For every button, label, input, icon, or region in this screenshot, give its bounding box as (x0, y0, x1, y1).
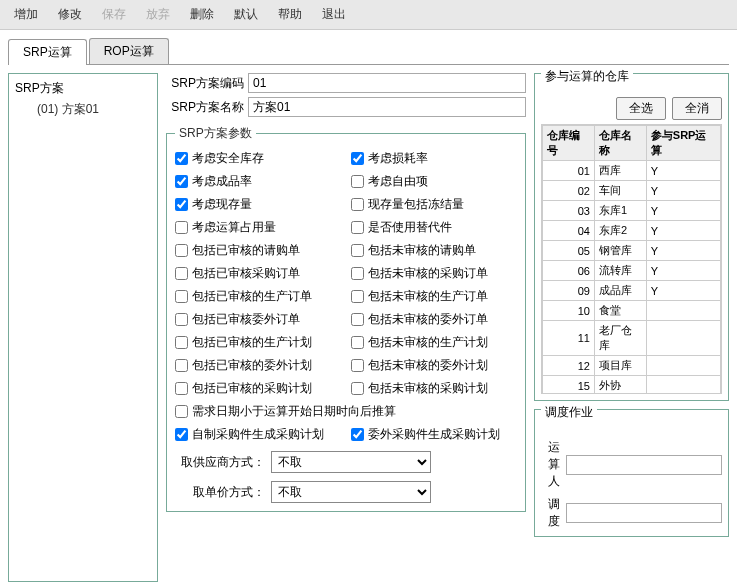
check-16[interactable]: 包括已审核的生产计划 (175, 334, 341, 351)
supplier-select[interactable]: 不取 (271, 451, 431, 473)
check-21[interactable]: 包括未审核的采购计划 (351, 380, 517, 397)
check-17[interactable]: 包括未审核的生产计划 (351, 334, 517, 351)
check-22[interactable]: 需求日期小于运算开始日期时向后推算 (175, 403, 517, 420)
check-5[interactable]: 现存量包括冻结量 (351, 196, 517, 213)
tree-item-01[interactable]: (01) 方案01 (13, 99, 153, 120)
checkbox-5[interactable] (351, 198, 364, 211)
cell-srp (646, 376, 720, 395)
checkbox-22[interactable] (175, 405, 188, 418)
checkbox-8[interactable] (175, 244, 188, 257)
check-1[interactable]: 考虑损耗率 (351, 150, 517, 167)
tab-srp[interactable]: SRP运算 (8, 39, 87, 65)
checkbox-17[interactable] (351, 336, 364, 349)
checkbox-18[interactable] (175, 359, 188, 372)
check-10[interactable]: 包括已审核采购订单 (175, 265, 341, 282)
table-row[interactable]: 03东库1Y (543, 201, 721, 221)
checkbox-15[interactable] (351, 313, 364, 326)
checkbox-19[interactable] (351, 359, 364, 372)
check-label-10: 包括已审核采购订单 (192, 265, 300, 282)
check-label-12: 包括已审核的生产订单 (192, 288, 312, 305)
check-6[interactable]: 考虑运算占用量 (175, 219, 341, 236)
unselect-all-button[interactable]: 全消 (672, 97, 722, 120)
checkbox-2[interactable] (175, 175, 188, 188)
check-13[interactable]: 包括未审核的生产订单 (351, 288, 517, 305)
table-row[interactable]: 12项目库 (543, 356, 721, 376)
check-label-13: 包括未审核的生产订单 (368, 288, 488, 305)
table-row[interactable]: 06流转库Y (543, 261, 721, 281)
checkbox-10[interactable] (175, 267, 188, 280)
check-8[interactable]: 包括已审核的请购单 (175, 242, 341, 259)
checkbox-11[interactable] (351, 267, 364, 280)
check-12[interactable]: 包括已审核的生产订单 (175, 288, 341, 305)
warehouse-table-wrap[interactable]: 仓库编号 仓库名称 参与SRP运算 01西库Y02车间Y03东库1Y04东库2Y… (541, 124, 722, 394)
checkbox-14[interactable] (175, 313, 188, 326)
check-label-17: 包括未审核的生产计划 (368, 334, 488, 351)
check-18[interactable]: 包括已审核的委外计划 (175, 357, 341, 374)
default-button[interactable]: 默认 (228, 4, 264, 25)
check-2[interactable]: 考虑成品率 (175, 173, 341, 190)
checkbox-9[interactable] (351, 244, 364, 257)
check-label-14: 包括已审核委外订单 (192, 311, 300, 328)
cell-code: 03 (543, 201, 595, 221)
table-row[interactable]: 01西库Y (543, 161, 721, 181)
check-3[interactable]: 考虑自由项 (351, 173, 517, 190)
tree-root[interactable]: SRP方案 (13, 78, 153, 99)
checkbox-21[interactable] (351, 382, 364, 395)
cell-name: 成品库 (594, 281, 646, 301)
cell-srp: Y (646, 221, 720, 241)
operator-input[interactable] (566, 455, 722, 475)
supplier-label: 取供应商方式： (175, 454, 265, 471)
table-row[interactable]: 15外协 (543, 376, 721, 395)
tab-rop[interactable]: ROP运算 (89, 38, 169, 64)
check-20[interactable]: 包括已审核的采购计划 (175, 380, 341, 397)
edit-button[interactable]: 修改 (52, 4, 88, 25)
plan-tree[interactable]: SRP方案 (01) 方案01 (8, 73, 158, 582)
checkbox-6[interactable] (175, 221, 188, 234)
check-9[interactable]: 包括未审核的请购单 (351, 242, 517, 259)
check-label-23: 自制采购件生成采购计划 (192, 426, 324, 443)
check-23[interactable]: 自制采购件生成采购计划 (175, 426, 341, 443)
schedule-group: 调度作业 运算人 调度 (534, 409, 729, 537)
checkbox-4[interactable] (175, 198, 188, 211)
warehouse-legend: 参与运算的仓库 (541, 68, 633, 85)
col-srp[interactable]: 参与SRP运算 (646, 126, 720, 161)
select-all-button[interactable]: 全选 (616, 97, 666, 120)
check-14[interactable]: 包括已审核委外订单 (175, 311, 341, 328)
check-19[interactable]: 包括未审核的委外计划 (351, 357, 517, 374)
checkbox-23[interactable] (175, 428, 188, 441)
add-button[interactable]: 增加 (8, 4, 44, 25)
code-input[interactable] (248, 73, 526, 93)
name-input[interactable] (248, 97, 526, 117)
table-row[interactable]: 10食堂 (543, 301, 721, 321)
checkbox-12[interactable] (175, 290, 188, 303)
table-row[interactable]: 11老厂仓库 (543, 321, 721, 356)
checkbox-7[interactable] (351, 221, 364, 234)
check-11[interactable]: 包括未审核的采购订单 (351, 265, 517, 282)
table-row[interactable]: 02车间Y (543, 181, 721, 201)
checkbox-13[interactable] (351, 290, 364, 303)
table-row[interactable]: 09成品库Y (543, 281, 721, 301)
exit-button[interactable]: 退出 (316, 4, 352, 25)
checkbox-20[interactable] (175, 382, 188, 395)
col-name[interactable]: 仓库名称 (594, 126, 646, 161)
help-button[interactable]: 帮助 (272, 4, 308, 25)
checkbox-24[interactable] (351, 428, 364, 441)
price-select[interactable]: 不取 (271, 481, 431, 503)
table-row[interactable]: 04东库2Y (543, 221, 721, 241)
dispatch-input[interactable] (566, 503, 722, 523)
checkbox-0[interactable] (175, 152, 188, 165)
col-code[interactable]: 仓库编号 (543, 126, 595, 161)
delete-button[interactable]: 删除 (184, 4, 220, 25)
check-15[interactable]: 包括未审核的委外订单 (351, 311, 517, 328)
checkbox-1[interactable] (351, 152, 364, 165)
check-label-8: 包括已审核的请购单 (192, 242, 300, 259)
check-7[interactable]: 是否使用替代件 (351, 219, 517, 236)
cell-name: 东库1 (594, 201, 646, 221)
check-24[interactable]: 委外采购件生成采购计划 (351, 426, 517, 443)
checkbox-3[interactable] (351, 175, 364, 188)
table-row[interactable]: 05钢管库Y (543, 241, 721, 261)
cell-name: 车间 (594, 181, 646, 201)
check-4[interactable]: 考虑现存量 (175, 196, 341, 213)
check-0[interactable]: 考虑安全库存 (175, 150, 341, 167)
checkbox-16[interactable] (175, 336, 188, 349)
